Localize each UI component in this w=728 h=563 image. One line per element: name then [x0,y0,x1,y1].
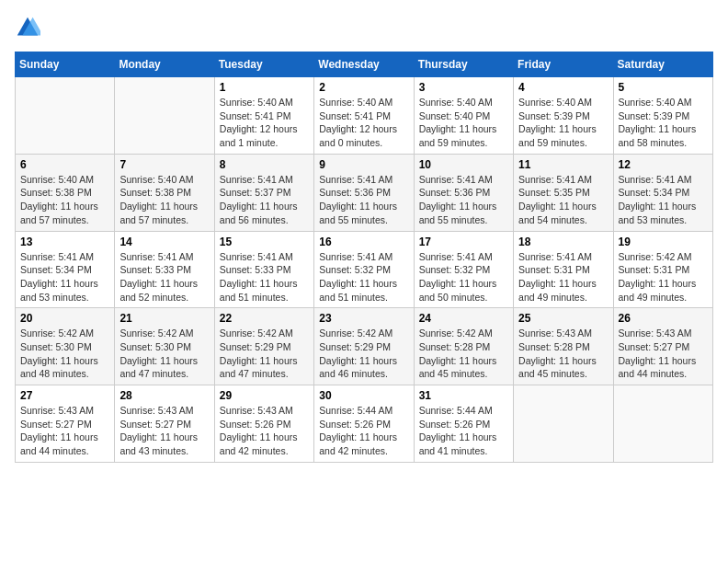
calendar-header-thursday: Thursday [414,52,513,77]
calendar-cell: 11Sunrise: 5:41 AMSunset: 5:35 PMDayligh… [514,154,613,231]
day-number: 29 [220,389,309,402]
day-number: 22 [220,312,309,325]
day-number: 14 [119,236,209,248]
day-info: Sunrise: 5:43 AMSunset: 5:27 PMDaylight:… [20,404,109,458]
calendar-cell: 23Sunrise: 5:42 AMSunset: 5:29 PMDayligh… [314,308,414,385]
logo [15,15,44,40]
calendar-cell: 27Sunrise: 5:43 AMSunset: 5:27 PMDayligh… [16,385,115,463]
day-info: Sunrise: 5:41 AMSunset: 5:34 PMDaylight:… [20,250,109,304]
day-info: Sunrise: 5:41 AMSunset: 5:33 PMDaylight:… [220,250,309,304]
calendar-cell: 28Sunrise: 5:43 AMSunset: 5:27 PMDayligh… [115,385,214,463]
calendar-week-row: 13Sunrise: 5:41 AMSunset: 5:34 PMDayligh… [16,231,713,308]
calendar-cell: 9Sunrise: 5:41 AMSunset: 5:36 PMDaylight… [314,154,414,231]
day-number: 27 [20,389,109,402]
day-info: Sunrise: 5:43 AMSunset: 5:27 PMDaylight:… [119,404,209,458]
day-info: Sunrise: 5:41 AMSunset: 5:36 PMDaylight:… [419,173,508,227]
day-number: 8 [220,158,309,171]
day-info: Sunrise: 5:42 AMSunset: 5:30 PMDaylight:… [119,327,209,381]
day-number: 15 [220,236,309,248]
calendar-cell: 30Sunrise: 5:44 AMSunset: 5:26 PMDayligh… [314,385,414,463]
calendar-cell: 22Sunrise: 5:42 AMSunset: 5:29 PMDayligh… [214,308,313,385]
day-number: 23 [319,312,408,325]
day-info: Sunrise: 5:41 AMSunset: 5:34 PMDaylight:… [619,173,708,227]
day-number: 12 [619,158,708,171]
day-number: 5 [619,81,708,94]
day-info: Sunrise: 5:40 AMSunset: 5:38 PMDaylight:… [20,173,109,227]
calendar-cell: 6Sunrise: 5:40 AMSunset: 5:38 PMDaylight… [16,154,115,231]
calendar-cell: 21Sunrise: 5:42 AMSunset: 5:30 PMDayligh… [115,308,214,385]
day-info: Sunrise: 5:41 AMSunset: 5:33 PMDaylight:… [119,250,209,304]
day-number: 25 [518,312,608,325]
calendar-header-tuesday: Tuesday [214,52,313,77]
day-number: 10 [419,158,508,171]
day-info: Sunrise: 5:41 AMSunset: 5:36 PMDaylight:… [319,173,408,227]
calendar-cell: 12Sunrise: 5:41 AMSunset: 5:34 PMDayligh… [613,154,712,231]
calendar-cell: 24Sunrise: 5:42 AMSunset: 5:28 PMDayligh… [414,308,513,385]
day-number: 3 [419,81,508,94]
day-info: Sunrise: 5:42 AMSunset: 5:31 PMDaylight:… [619,250,708,304]
day-info: Sunrise: 5:40 AMSunset: 5:39 PMDaylight:… [619,96,708,150]
day-info: Sunrise: 5:40 AMSunset: 5:38 PMDaylight:… [119,173,209,227]
day-number: 24 [419,312,508,325]
calendar-cell: 20Sunrise: 5:42 AMSunset: 5:30 PMDayligh… [16,308,115,385]
calendar-cell: 16Sunrise: 5:41 AMSunset: 5:32 PMDayligh… [314,231,414,308]
calendar-cell: 4Sunrise: 5:40 AMSunset: 5:39 PMDaylight… [514,77,613,155]
day-info: Sunrise: 5:41 AMSunset: 5:32 PMDaylight:… [419,250,508,304]
calendar-cell: 5Sunrise: 5:40 AMSunset: 5:39 PMDaylight… [613,77,712,155]
day-info: Sunrise: 5:43 AMSunset: 5:26 PMDaylight:… [220,404,309,458]
calendar-cell [613,385,712,463]
day-number: 20 [20,312,109,325]
day-number: 6 [20,158,109,171]
day-number: 31 [419,389,508,402]
calendar-cell: 13Sunrise: 5:41 AMSunset: 5:34 PMDayligh… [16,231,115,308]
day-number: 11 [518,158,608,171]
calendar-cell [115,77,214,155]
calendar-header-sunday: Sunday [16,52,115,77]
day-info: Sunrise: 5:40 AMSunset: 5:39 PMDaylight:… [518,96,608,150]
calendar-header-saturday: Saturday [613,52,712,77]
day-number: 28 [119,389,209,402]
day-info: Sunrise: 5:40 AMSunset: 5:41 PMDaylight:… [220,96,309,150]
logo-icon [15,15,40,40]
calendar-cell: 7Sunrise: 5:40 AMSunset: 5:38 PMDaylight… [115,154,214,231]
day-number: 7 [119,158,209,171]
day-number: 16 [319,236,408,248]
day-info: Sunrise: 5:44 AMSunset: 5:26 PMDaylight:… [419,404,508,458]
calendar-cell: 29Sunrise: 5:43 AMSunset: 5:26 PMDayligh… [214,385,313,463]
calendar-cell: 31Sunrise: 5:44 AMSunset: 5:26 PMDayligh… [414,385,513,463]
day-info: Sunrise: 5:41 AMSunset: 5:35 PMDaylight:… [518,173,608,227]
day-info: Sunrise: 5:43 AMSunset: 5:27 PMDaylight:… [619,327,708,381]
calendar-week-row: 6Sunrise: 5:40 AMSunset: 5:38 PMDaylight… [16,154,713,231]
day-number: 19 [619,236,708,248]
day-number: 13 [20,236,109,248]
calendar-week-row: 1Sunrise: 5:40 AMSunset: 5:41 PMDaylight… [16,77,713,155]
calendar-cell: 8Sunrise: 5:41 AMSunset: 5:37 PMDaylight… [214,154,313,231]
calendar-cell [16,77,115,155]
day-number: 26 [619,312,708,325]
page-header [15,15,713,40]
day-info: Sunrise: 5:42 AMSunset: 5:29 PMDaylight:… [319,327,408,381]
day-info: Sunrise: 5:41 AMSunset: 5:31 PMDaylight:… [518,250,608,304]
day-info: Sunrise: 5:42 AMSunset: 5:28 PMDaylight:… [419,327,508,381]
day-number: 4 [518,81,608,94]
calendar-cell [514,385,613,463]
day-number: 1 [220,81,309,94]
calendar-header-wednesday: Wednesday [314,52,414,77]
calendar-week-row: 20Sunrise: 5:42 AMSunset: 5:30 PMDayligh… [16,308,713,385]
calendar-cell: 18Sunrise: 5:41 AMSunset: 5:31 PMDayligh… [514,231,613,308]
calendar-cell: 14Sunrise: 5:41 AMSunset: 5:33 PMDayligh… [115,231,214,308]
day-info: Sunrise: 5:43 AMSunset: 5:28 PMDaylight:… [518,327,608,381]
calendar-cell: 10Sunrise: 5:41 AMSunset: 5:36 PMDayligh… [414,154,513,231]
day-info: Sunrise: 5:42 AMSunset: 5:29 PMDaylight:… [220,327,309,381]
calendar-cell: 19Sunrise: 5:42 AMSunset: 5:31 PMDayligh… [613,231,712,308]
calendar-cell: 17Sunrise: 5:41 AMSunset: 5:32 PMDayligh… [414,231,513,308]
day-number: 18 [518,236,608,248]
calendar-header-friday: Friday [514,52,613,77]
day-info: Sunrise: 5:44 AMSunset: 5:26 PMDaylight:… [319,404,408,458]
calendar-cell: 1Sunrise: 5:40 AMSunset: 5:41 PMDaylight… [214,77,313,155]
calendar-cell: 25Sunrise: 5:43 AMSunset: 5:28 PMDayligh… [514,308,613,385]
calendar-table: SundayMondayTuesdayWednesdayThursdayFrid… [15,52,713,463]
day-number: 9 [319,158,408,171]
calendar-cell: 3Sunrise: 5:40 AMSunset: 5:40 PMDaylight… [414,77,513,155]
calendar-cell: 15Sunrise: 5:41 AMSunset: 5:33 PMDayligh… [214,231,313,308]
